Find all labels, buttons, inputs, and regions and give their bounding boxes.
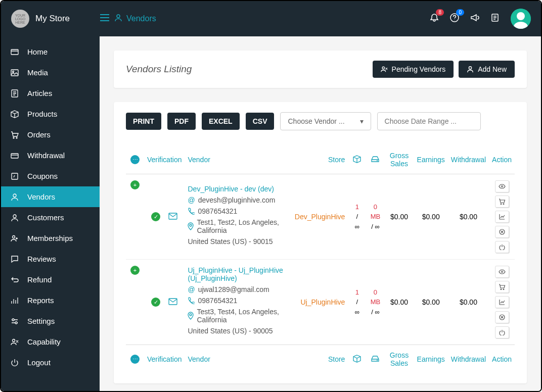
vendor-address: Test1, Test2, Los Angeles, California: [197, 218, 288, 234]
excel-button[interactable]: EXCEL: [202, 113, 240, 130]
column-verification[interactable]: Verification: [144, 145, 185, 174]
column-action: Action: [489, 345, 515, 374]
sidebar-item-label: Reviews: [27, 255, 56, 263]
vendor-email: devesh@pluginhive.com: [198, 196, 276, 204]
column-gross-sales[interactable]: Gross Sales: [384, 145, 414, 174]
disable-action-button[interactable]: [495, 226, 509, 238]
memberships-icon: [10, 234, 19, 242]
breadcrumb[interactable]: Vendors: [126, 14, 156, 23]
column-verification[interactable]: Verification: [144, 345, 185, 374]
disable-action-button[interactable]: [495, 311, 509, 323]
location-icon: [188, 222, 194, 230]
notifications-badge: 8: [436, 9, 444, 16]
csv-button[interactable]: CSV: [246, 113, 275, 130]
svg-rect-22: [169, 213, 177, 219]
power-action-button[interactable]: [495, 241, 509, 253]
stats-action-button[interactable]: [495, 211, 509, 223]
sidebar-item-label: Customers: [27, 213, 64, 222]
svg-rect-28: [169, 299, 177, 305]
gross-sales-value: $0.00: [384, 174, 414, 260]
vendors-table: ⋯ Verification Vendor Store Gross Sales …: [126, 145, 515, 373]
vendor-name-link[interactable]: Dev_PluginHive - dev (dev): [188, 185, 288, 193]
stats-action-button[interactable]: [495, 296, 509, 308]
sidebar-item-products[interactable]: Products: [1, 104, 100, 124]
store-link[interactable]: Dev_PluginHive: [295, 213, 345, 221]
column-expand[interactable]: ⋯: [126, 145, 144, 174]
ellipsis-icon: ⋯: [130, 155, 140, 164]
gross-sales-value: $0.00: [384, 260, 414, 345]
column-vendor[interactable]: Vendor: [185, 145, 291, 174]
sidebar-item-settings[interactable]: Settings: [1, 311, 100, 331]
column-products-icon[interactable]: [348, 145, 366, 174]
expand-row-icon[interactable]: +: [130, 180, 140, 189]
sidebar-item-coupons[interactable]: Coupons: [1, 166, 100, 186]
product-count: 1: [355, 203, 359, 211]
sidebar-item-withdrawal[interactable]: Withdrawal: [1, 145, 100, 166]
withdrawal-icon: [10, 152, 19, 160]
orders-action-button[interactable]: [495, 195, 509, 208]
sidebar-item-memberships[interactable]: Memberships: [1, 228, 100, 249]
notifications-icon[interactable]: 8: [430, 13, 439, 24]
location-icon: [188, 312, 194, 320]
withdrawal-value: $0.00: [448, 174, 489, 260]
sidebar-item-vendors[interactable]: Vendors: [1, 186, 100, 207]
announcement-icon[interactable]: [470, 13, 479, 24]
sidebar-item-label: Vendors: [27, 192, 55, 201]
refund-icon: [10, 276, 19, 284]
help-icon[interactable]: 0: [450, 13, 459, 24]
sidebar-item-home[interactable]: Home: [1, 41, 100, 62]
column-store[interactable]: Store: [292, 345, 348, 374]
vendor-select[interactable]: Choose Vendor ... ▾: [280, 112, 371, 130]
column-expand[interactable]: ⋯: [126, 345, 144, 374]
sidebar-item-label: Articles: [27, 89, 52, 97]
column-withdrawal[interactable]: Withdrawal: [448, 345, 489, 374]
sidebar-item-refund[interactable]: Refund: [1, 269, 100, 290]
column-vendor[interactable]: Vendor: [185, 345, 291, 374]
column-withdrawal[interactable]: Withdrawal: [448, 145, 489, 174]
email-icon[interactable]: [168, 298, 177, 307]
top-bar: YOUR LOGO HERE My Store Vendors 8 0: [1, 1, 541, 36]
avatar[interactable]: [511, 9, 531, 29]
column-gross-sales[interactable]: Gross Sales: [384, 345, 414, 374]
store-link[interactable]: Uj_PluginHive: [300, 298, 345, 306]
sidebar-item-articles[interactable]: Articles: [1, 83, 100, 104]
column-earnings[interactable]: Earnings: [414, 145, 448, 174]
at-icon: @: [188, 196, 195, 204]
home-icon: [10, 48, 19, 56]
disk-usage: 0 MB: [371, 288, 381, 306]
svg-point-26: [503, 204, 504, 205]
column-disk-icon[interactable]: [366, 345, 384, 374]
sidebar-item-reviews[interactable]: Reviews: [1, 249, 100, 269]
sidebar-item-media[interactable]: Media: [1, 62, 100, 83]
sidebar-item-orders[interactable]: Orders: [1, 124, 100, 145]
sidebar-item-capability[interactable]: Capability: [1, 331, 100, 352]
vendor-address: Test3, Test4, Los Angeles, California: [197, 308, 288, 324]
sidebar-item-reports[interactable]: Reports: [1, 290, 100, 311]
column-earnings[interactable]: Earnings: [414, 345, 448, 374]
sidebar-item-logout[interactable]: Logout: [1, 352, 100, 373]
menu-toggle-icon[interactable]: [100, 14, 109, 23]
docs-icon[interactable]: [490, 13, 500, 24]
column-disk-icon[interactable]: [366, 145, 384, 174]
pdf-button[interactable]: PDF: [167, 113, 196, 130]
power-action-button[interactable]: [495, 326, 509, 338]
expand-row-icon[interactable]: +: [130, 266, 140, 275]
column-store[interactable]: Store: [292, 145, 348, 174]
print-button[interactable]: PRINT: [126, 113, 161, 130]
table-row: + ✓ Dev_PluginHive - dev (dev) @devesh@p…: [126, 174, 515, 260]
sidebar-item-customers[interactable]: Customers: [1, 207, 100, 228]
phone-icon: [188, 208, 195, 215]
email-icon[interactable]: [168, 213, 177, 221]
reviews-icon: [10, 255, 19, 263]
vendor-phone: 0987654321: [198, 207, 237, 215]
date-range-input[interactable]: [377, 112, 481, 130]
view-action-button[interactable]: [495, 266, 509, 278]
pending-vendors-button[interactable]: Pending Vendors: [373, 61, 454, 78]
orders-action-button[interactable]: [495, 281, 509, 293]
sidebar-item-label: Memberships: [27, 234, 73, 242]
sidebar-item-label: Orders: [27, 130, 51, 139]
add-new-button[interactable]: Add New: [459, 61, 515, 78]
column-products-icon[interactable]: [348, 345, 366, 374]
view-action-button[interactable]: [495, 180, 509, 192]
vendor-name-link[interactable]: Uj_PluginHive - Uj_PluginHive (Uj_Plugin…: [188, 266, 288, 282]
